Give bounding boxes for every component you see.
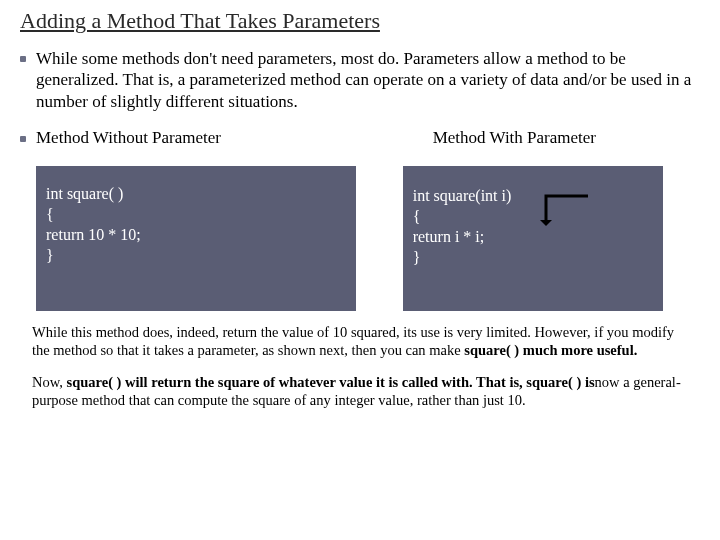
page-title: Adding a Method That Takes Parameters — [20, 8, 700, 34]
heading-without-param: Method Without Parameter — [36, 128, 403, 148]
para2-bold: square( ) will return the square of what… — [67, 374, 595, 390]
paragraph-general-purpose: Now, square( ) will return the square of… — [32, 373, 688, 409]
bullet-icon — [20, 136, 26, 142]
intro-bullet-row: While some methods don't need parameters… — [20, 48, 700, 112]
code-box-without-param: int square( ) { return 10 * 10; } — [36, 166, 356, 311]
para2-before: Now, — [32, 374, 67, 390]
code-box-with-param: int square(int i) { return i * i; } — [403, 166, 663, 311]
intro-text: While some methods don't need parameters… — [36, 48, 700, 112]
paragraph-limited-use: While this method does, indeed, return t… — [32, 323, 688, 359]
arrow-icon — [540, 190, 600, 226]
heading-with-param: Method With Parameter — [433, 128, 700, 148]
bullet-icon — [20, 56, 26, 62]
para1-bold: square( ) much more useful. — [464, 342, 637, 358]
column-without-param: Method Without Parameter int square( ) {… — [36, 128, 403, 311]
